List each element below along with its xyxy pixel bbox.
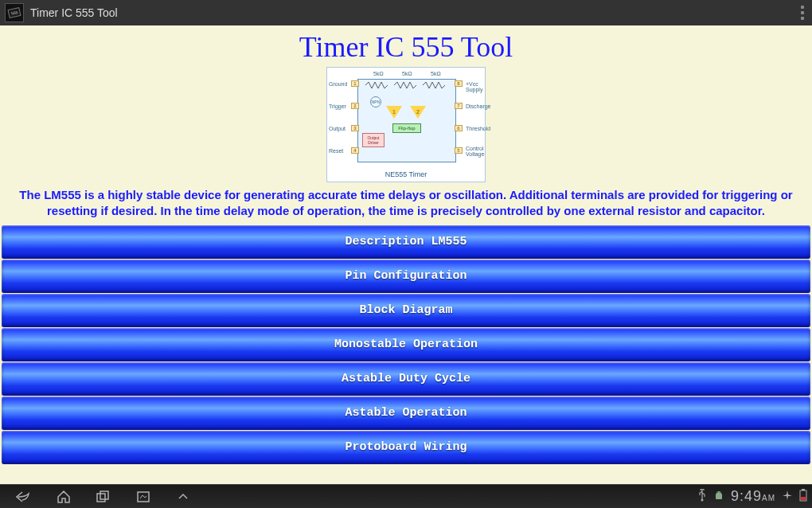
clock-time: 9:49: [731, 488, 762, 504]
overflow-menu-icon[interactable]: [798, 3, 807, 22]
menu-item-description[interactable]: Description LM555: [2, 225, 810, 259]
description-text: The LM555 is a highly stable device for …: [0, 186, 812, 225]
main-menu: Description LM555 Pin Configuration Bloc…: [0, 225, 812, 464]
app-icon: 555: [5, 3, 24, 22]
pin: 5: [455, 147, 463, 154]
resistor-label: 5kΩ: [373, 71, 384, 76]
npn-transistor: NPN: [370, 96, 381, 107]
svg-rect-3: [100, 491, 108, 499]
svg-point-5: [701, 499, 703, 502]
flipflop-block: Flip-flop: [392, 123, 421, 133]
svg-point-7: [717, 492, 718, 493]
chip-name: NE555 Timer: [327, 170, 485, 178]
ne555-diagram: 5kΩ 5kΩ 5kΩ 1 Ground 2 Trigger 3 Output …: [326, 67, 486, 182]
airplane-mode-icon: [782, 490, 793, 503]
clock: 9:49AM: [731, 488, 775, 505]
system-navbar: 9:49AM: [0, 484, 812, 508]
menu-item-astable-operation[interactable]: Astable Operation: [2, 397, 810, 430]
svg-rect-4: [138, 492, 149, 502]
svg-point-8: [720, 492, 720, 493]
screenshot-icon[interactable]: [135, 489, 151, 505]
output-driver-block: Output Driver: [362, 133, 385, 147]
app-titlebar: 555 Timer IC 555 Tool: [0, 0, 812, 25]
comparator-label: 1: [392, 109, 396, 115]
pin: 3: [351, 125, 359, 131]
svg-rect-10: [802, 489, 805, 490]
notification-up-icon[interactable]: [175, 489, 191, 505]
pin: 1: [351, 80, 359, 87]
pin-label: +Vcc Supply: [466, 81, 485, 92]
recent-apps-icon[interactable]: [96, 489, 111, 505]
pin: 8: [455, 80, 463, 87]
pin-label: Discharge: [466, 104, 491, 109]
svg-rect-2: [97, 494, 105, 502]
home-icon[interactable]: [56, 489, 72, 505]
comparator-label: 2: [416, 109, 420, 115]
pin: 4: [351, 147, 359, 154]
pin: 7: [455, 103, 463, 109]
svg-rect-11: [801, 497, 806, 500]
pin-label: Trigger: [329, 104, 346, 109]
menu-item-pin-configuration[interactable]: Pin Configuration: [2, 260, 810, 293]
pin-label: Reset: [329, 148, 343, 154]
pin-label: Control Voltage: [466, 146, 486, 157]
android-debug-icon: [713, 490, 724, 503]
svg-rect-6: [716, 494, 722, 499]
menu-item-astable-duty[interactable]: Astable Duty Cycle: [2, 362, 810, 396]
pin: 2: [351, 103, 359, 109]
pin-label: Output: [329, 126, 345, 131]
pin-label: Ground: [329, 81, 347, 87]
battery-icon: [799, 489, 807, 504]
main-content: Timer IC 555 Tool 5kΩ 5kΩ 5kΩ 1 Ground 2…: [0, 25, 812, 484]
app-title: Timer IC 555 Tool: [30, 6, 118, 19]
page-title: Timer IC 555 Tool: [0, 25, 812, 65]
pin-label: Threshold: [466, 126, 490, 131]
usb-icon: [697, 489, 707, 504]
menu-item-protoboard[interactable]: Protoboard Wiring: [2, 431, 810, 464]
resistor-label: 5kΩ: [431, 71, 441, 76]
clock-ampm: AM: [762, 494, 775, 502]
menu-item-monostable[interactable]: Monostable Operation: [2, 328, 810, 361]
menu-item-block-diagram[interactable]: Block Diagram: [2, 294, 810, 327]
back-icon[interactable]: [16, 489, 32, 505]
pin: 6: [455, 125, 463, 131]
resistor-label: 5kΩ: [402, 71, 412, 76]
